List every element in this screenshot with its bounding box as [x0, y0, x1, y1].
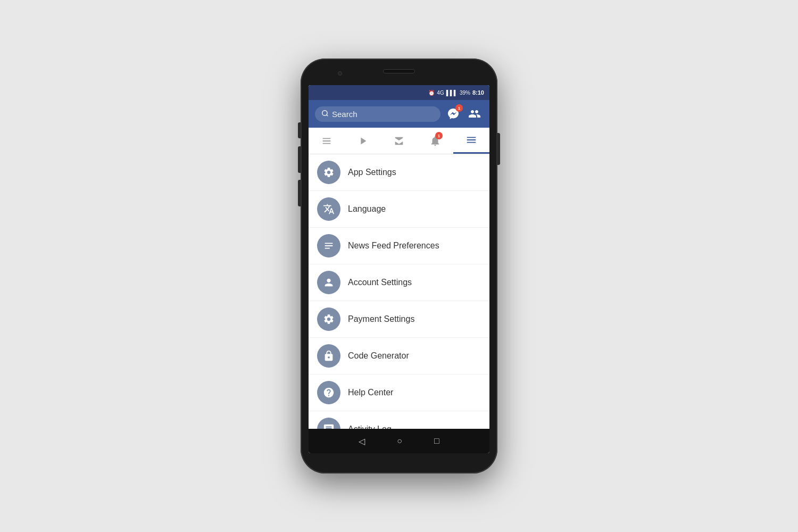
nav-bar: Search 1: [309, 100, 489, 128]
notifications-badge: 1: [435, 132, 443, 139]
friends-button[interactable]: [466, 105, 483, 122]
account-settings-icon-circle: [317, 271, 340, 294]
search-bar[interactable]: Search: [315, 106, 440, 122]
language-label: Language: [348, 204, 386, 214]
messenger-button[interactable]: 1: [445, 105, 462, 122]
volume-down-button[interactable]: [298, 146, 301, 173]
menu-item-news-feed-preferences[interactable]: News Feed Preferences: [309, 228, 489, 264]
back-button[interactable]: ◁: [359, 436, 365, 446]
menu-item-code-generator[interactable]: Code Generator: [309, 338, 489, 375]
tab-video[interactable]: [345, 128, 381, 154]
battery-percent: 39%: [460, 90, 470, 96]
volume-up-button[interactable]: [298, 122, 301, 138]
language-icon-circle: [317, 197, 340, 221]
network-type: 4G: [437, 90, 444, 96]
status-bar: ⏰ 4G ▌▌▌ 39% 8:10: [309, 85, 489, 100]
speaker-grille: [383, 69, 415, 73]
news-feed-preferences-label: News Feed Preferences: [348, 241, 439, 251]
menu-item-payment-settings[interactable]: Payment Settings: [309, 301, 489, 338]
tab-notifications[interactable]: 1: [417, 128, 453, 154]
code-generator-label: Code Generator: [348, 351, 409, 361]
menu-item-app-settings[interactable]: App Settings: [309, 154, 489, 191]
phone-device: ⏰ 4G ▌▌▌ 39% 8:10 Search: [301, 59, 497, 473]
code-generator-icon-circle: [317, 344, 340, 368]
payment-settings-label: Payment Settings: [348, 314, 414, 324]
menu-item-account-settings[interactable]: Account Settings: [309, 264, 489, 301]
front-camera: [338, 71, 342, 76]
help-center-icon-circle: [317, 381, 340, 404]
account-settings-label: Account Settings: [348, 278, 412, 287]
alarm-icon: ⏰: [428, 90, 435, 96]
menu-item-help-center[interactable]: Help Center: [309, 375, 489, 411]
news-feed-icon-circle: [317, 234, 340, 257]
status-time: 8:10: [472, 89, 484, 96]
phone-screen: ⏰ 4G ▌▌▌ 39% 8:10 Search: [309, 85, 489, 453]
activity-log-icon-circle: [317, 418, 340, 429]
signal-icon: ▌▌▌: [446, 90, 458, 96]
android-nav-bar: ◁ ○ □: [309, 429, 489, 453]
tab-bar: 1: [309, 128, 489, 154]
payment-settings-icon-circle: [317, 307, 340, 331]
menu-list: App Settings Language News Feed Pr: [309, 154, 489, 429]
power-button[interactable]: [497, 133, 500, 165]
app-settings-icon-circle: [317, 161, 340, 184]
menu-item-activity-log[interactable]: Activity Log: [309, 411, 489, 429]
status-icons: ⏰ 4G ▌▌▌ 39% 8:10: [428, 89, 484, 96]
silent-button[interactable]: [298, 180, 301, 206]
menu-item-language[interactable]: Language: [309, 191, 489, 228]
messenger-badge: 1: [455, 104, 463, 112]
recents-button[interactable]: □: [434, 436, 439, 446]
svg-point-0: [322, 110, 327, 115]
activity-log-label: Activity Log: [348, 425, 392, 429]
search-label: Search: [332, 110, 358, 119]
search-icon: [321, 110, 329, 119]
phone-bottom: [306, 453, 492, 464]
help-center-label: Help Center: [348, 388, 393, 397]
tab-menu[interactable]: [453, 128, 489, 154]
tab-marketplace[interactable]: [381, 128, 417, 154]
app-settings-label: App Settings: [348, 168, 396, 177]
tab-home[interactable]: [309, 128, 345, 154]
home-button[interactable]: ○: [397, 436, 402, 446]
phone-top: [306, 66, 492, 85]
